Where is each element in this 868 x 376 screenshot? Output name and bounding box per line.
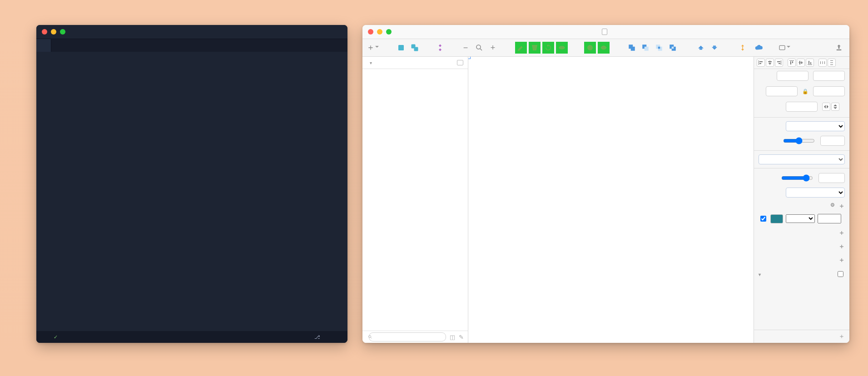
svg-rect-8 [631,47,635,51]
slice-filter-icon[interactable]: ◫ [450,334,455,341]
flatten-icon[interactable] [556,42,568,54]
position-y-input[interactable] [813,71,845,81]
zoom-in-button[interactable]: + [487,42,499,54]
intersect-icon[interactable] [653,42,665,54]
fill-blend-select[interactable] [786,214,815,223]
radius-slider[interactable] [783,136,815,146]
svg-rect-43 [824,61,825,64]
align-top-icon[interactable] [788,59,796,67]
opacity-slider[interactable] [781,173,813,183]
page-selector[interactable]: ▾ [362,57,468,69]
distribute-v-icon[interactable] [828,59,836,67]
close-icon[interactable] [42,29,47,35]
minimize-icon[interactable] [51,29,56,35]
difference-icon[interactable] [667,42,679,54]
height-input[interactable] [813,86,845,96]
code-area[interactable] [36,52,347,331]
insert-button[interactable] [367,42,379,54]
union-icon[interactable] [626,42,638,54]
svg-rect-39 [808,61,809,64]
width-input[interactable] [766,86,798,96]
symbol-icon[interactable] [434,42,446,54]
tab-file[interactable] [36,39,51,52]
selection-box[interactable] [468,57,469,58]
inspector-panel: 🔒 [754,57,849,343]
svg-rect-17 [699,49,702,50]
zoom-icon[interactable] [60,29,65,35]
mirror-icon[interactable] [737,42,749,54]
forward-icon[interactable] [695,42,707,54]
rotate-icon[interactable] [542,42,554,54]
subtract-icon[interactable] [640,42,651,54]
fill-enabled-checkbox[interactable] [760,216,766,222]
search-icon [368,335,372,339]
sketch-title [602,29,610,35]
add-inner-shadow-button[interactable]: ＋ [838,256,845,264]
minimize-icon[interactable] [377,29,382,35]
add-export-button[interactable]: ＋ [838,332,845,341]
gear-icon[interactable]: ⚙ [830,202,835,210]
scale-icon[interactable] [598,42,610,54]
filter-input[interactable] [369,332,446,341]
cloud-icon[interactable] [753,42,765,54]
svg-rect-37 [801,62,802,64]
svg-rect-27 [768,61,772,62]
lock-icon[interactable]: 🔒 [802,89,808,94]
align-tools [754,57,849,69]
svg-rect-2 [414,47,418,51]
resizing-select[interactable] [786,121,845,131]
svg-rect-18 [713,46,716,47]
opacity-input[interactable] [818,173,845,183]
sketch-toolbar: − + [362,39,849,57]
layer-list-panel: ▾ ◫ ✎ [362,57,468,343]
transform-icon[interactable] [529,42,541,54]
zoom-icon[interactable] [386,29,392,35]
sb-branch[interactable]: ⎇ [314,334,320,340]
fill-opacity-input[interactable] [818,214,841,223]
align-center-v-icon[interactable] [797,59,805,67]
svg-rect-31 [779,63,780,64]
ungroup-icon[interactable] [409,42,421,54]
flip-v-icon[interactable] [831,103,839,111]
sketch-titlebar[interactable] [362,25,849,39]
radius-input[interactable] [820,136,845,146]
svg-point-6 [587,45,593,50]
sb-issues[interactable]: ✓ [54,334,58,340]
edit-icon[interactable] [515,42,527,54]
flip-h-icon[interactable] [822,103,830,111]
fill-color-chip[interactable] [770,214,783,223]
editor-titlebar[interactable] [36,25,347,39]
zoom-icon[interactable] [473,42,485,54]
layer-tree[interactable] [362,69,468,331]
blending-select[interactable] [786,188,845,198]
align-right-icon[interactable] [775,59,783,67]
add-shadow-button[interactable]: ＋ [838,242,845,251]
blur-enabled-checkbox[interactable] [838,271,843,277]
backward-icon[interactable] [709,42,720,54]
align-left-icon[interactable] [757,59,765,67]
add-fill-button[interactable]: ＋ [838,202,845,210]
chevron-down-icon: ▾ [370,60,372,65]
shared-style-select[interactable] [759,154,845,164]
align-center-h-icon[interactable] [766,59,774,67]
rotate-input[interactable] [786,102,818,112]
zoom-out-button[interactable]: − [460,42,471,54]
export-filter-icon[interactable]: ✎ [459,334,464,341]
export-icon[interactable] [833,42,845,54]
view-icon[interactable] [779,42,790,54]
chevron-down-icon[interactable]: ▾ [759,272,761,277]
canvas[interactable] [468,57,754,343]
align-bottom-icon[interactable] [806,59,814,67]
panel-toggle-icon[interactable] [457,60,463,65]
svg-rect-25 [759,63,761,64]
close-icon[interactable] [368,29,373,35]
mask-icon[interactable] [584,42,596,54]
distribute-h-icon[interactable] [818,59,827,67]
add-border-button[interactable]: ＋ [838,229,845,237]
sketch-window: − + [362,25,849,343]
position-x-input[interactable] [777,71,808,81]
svg-rect-40 [810,62,811,64]
group-icon[interactable] [395,42,407,54]
svg-point-21 [369,336,371,338]
filter-bar: ◫ ✎ [362,331,468,343]
